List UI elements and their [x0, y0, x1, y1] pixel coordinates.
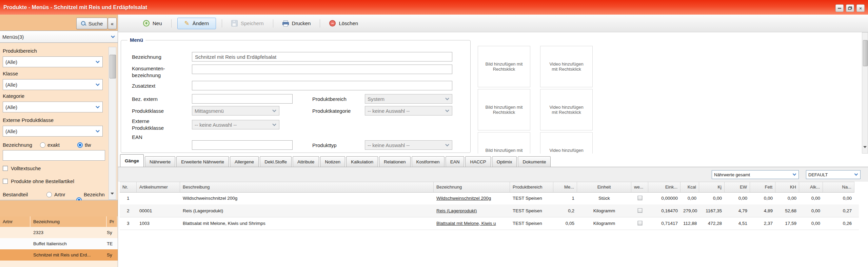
kategorie-filter-select[interactable]: (Alle) [3, 102, 103, 112]
minimize-button[interactable] [835, 4, 844, 12]
aendern-button[interactable]: ✎ Ändern [177, 18, 216, 29]
grid-row[interactable]: 1 Wildschweinschnitzel 200g Wildschweins… [120, 192, 859, 205]
tab-haccp[interactable]: HACCP [465, 156, 491, 167]
scope-select[interactable]: Menüs(3) [0, 31, 118, 43]
tab-optimix[interactable]: Optimix [492, 156, 517, 167]
grid-row[interactable]: 3 1003 Blattsalat mit Melone, Kiwis und … [120, 217, 859, 230]
column-header[interactable]: Produktbereich [510, 182, 553, 192]
volltextsuche-label[interactable]: Volltextsuche [11, 165, 41, 171]
radio-exakt[interactable] [40, 142, 45, 148]
result-row-selected[interactable]: Schnitzel mit Reis und Erd... Sy [0, 249, 118, 261]
column-header[interactable]: Alk... [799, 182, 823, 192]
scrollbar-thumb[interactable] [863, 40, 868, 66]
klasse-filter-select[interactable]: (Alle) [3, 79, 103, 90]
tab-kalkulation[interactable]: Kalkulation [346, 156, 378, 167]
grid-row[interactable]: 2 00001 Reis (Lagerprodukt) Reis (Lagerp… [120, 204, 859, 217]
sidebar-collapse-button[interactable]: « [108, 18, 117, 29]
video-dropzone[interactable]: Video hinzufügen mit Rechtsklick [540, 132, 593, 154]
tab-naehrwerte[interactable]: Nährwerte [145, 156, 175, 167]
cell-bezeichnung-link[interactable]: Wildschweinschnitzel 200g [434, 196, 510, 201]
externe-produktklasse-filter-select[interactable]: (Alle) [3, 126, 103, 137]
cell-artnr [0, 227, 31, 238]
column-header[interactable]: Eink... [648, 182, 680, 192]
result-row[interactable]: Buffet Italienisch TE [0, 238, 118, 249]
column-header[interactable]: Artnr [0, 216, 31, 227]
ean-input[interactable] [192, 140, 293, 150]
layout-select[interactable]: DEFAULT [806, 170, 861, 179]
tab-kostformen[interactable]: Kostformen [412, 156, 445, 167]
produktklasse-select[interactable]: Mittagsmenü [192, 106, 279, 115]
grid-checkbox[interactable] [638, 196, 642, 200]
produktbereich-filter-select[interactable]: (Alle) [3, 56, 103, 67]
column-header[interactable]: Me... [553, 182, 577, 192]
column-header[interactable]: Einheit [577, 182, 631, 192]
cell-bezeichnung-link[interactable]: Blattsalat mit Melone, Kiwis u [434, 221, 510, 226]
result-row[interactable]: 2323 Sy [0, 227, 118, 238]
grid-checkbox[interactable] [638, 221, 642, 225]
column-header[interactable]: Kj [699, 182, 725, 192]
column-header[interactable]: Nr. [120, 182, 137, 192]
ohne-bestellartikel-label[interactable]: Produkte ohne Bestellartikel [11, 178, 74, 184]
grid-checkbox[interactable] [638, 208, 642, 213]
column-header[interactable]: Pr [107, 216, 118, 227]
tab-gaenge[interactable]: Gänge [120, 154, 144, 167]
column-header[interactable]: Artikelnummer [137, 182, 180, 192]
cell-bezeichnung-link[interactable]: Reis (Lagerprodukt) [434, 208, 510, 213]
radio-tlw[interactable] [77, 142, 83, 148]
drucken-button[interactable]: Drucken [279, 19, 314, 28]
cell-eink: 0,16470 [648, 208, 680, 213]
bezeichnung-input[interactable] [192, 52, 452, 61]
naehrwerte-select[interactable]: Nährwerte gesamt [712, 170, 799, 179]
externe-produktklasse-select[interactable]: -- keine Auswahl -- [192, 120, 279, 129]
video-dropzone[interactable]: Video hinzufügen mit Rechtsklick [540, 46, 593, 87]
radio-artnr-label[interactable]: Artnr [54, 192, 65, 197]
scrollbar-thumb[interactable] [110, 55, 116, 78]
produktbereich-select[interactable]: System [365, 94, 452, 104]
produktkategorie-select[interactable]: -- keine Auswahl -- [365, 106, 452, 115]
konsumentenbezeichnung-input[interactable] [192, 65, 452, 74]
loeschen-button[interactable]: – Löschen [326, 18, 361, 28]
tab-erweiterte-naehrwerte[interactable]: Erweiterte Nährwerte [176, 156, 229, 167]
volltextsuche-checkbox[interactable] [3, 166, 8, 171]
column-header[interactable]: Kcal [680, 182, 699, 192]
bild-dropzone[interactable]: Bild hinzufügen mit Rechtsklick [478, 89, 530, 130]
radio-exakt-label[interactable]: exakt [47, 142, 60, 148]
cell-bezeichnung: Buffet Italienisch [31, 238, 107, 249]
produkttyp-select[interactable]: -- keine Auswahl -- [365, 140, 452, 150]
bez-extern-input[interactable] [192, 94, 293, 104]
column-header[interactable]: Bezeichnung [434, 182, 510, 192]
scroll-down-icon[interactable] [863, 148, 867, 154]
radio-bezeichn-label[interactable]: Bezeichn [84, 192, 105, 197]
bild-dropzone[interactable]: Bild hinzufügen mit Rechtsklick [478, 132, 530, 154]
form-scrollbar[interactable] [862, 32, 868, 154]
column-header[interactable]: Na... [823, 182, 854, 192]
sidebar-scrollbar[interactable] [108, 47, 116, 200]
zusatztext-input[interactable] [192, 81, 452, 90]
speichern-button[interactable]: Speichern [228, 18, 267, 28]
cell-artikelnummer: 1003 [137, 221, 180, 226]
bild-dropzone[interactable]: Bild hinzufügen mit Rechtsklick [478, 46, 530, 87]
video-dropzone[interactable]: Video hinzufügen mit Rechtsklick [540, 89, 593, 130]
radio-tlw-label[interactable]: tlw [85, 142, 91, 148]
tab-allergene[interactable]: Allergene [230, 156, 259, 167]
ohne-bestellartikel-checkbox[interactable] [3, 179, 8, 184]
search-button[interactable]: Suche [76, 18, 107, 29]
column-header[interactable]: we... [631, 182, 648, 192]
column-header[interactable]: KH [775, 182, 799, 192]
column-header[interactable]: EW [725, 182, 750, 192]
close-button[interactable]: × [856, 4, 865, 12]
column-header[interactable]: Beschreibung [180, 182, 434, 192]
column-header[interactable]: Fett [750, 182, 775, 192]
neu-button[interactable]: + Neu [140, 18, 165, 28]
tab-dekl-stoffe[interactable]: Dekl.Stoffe [260, 156, 292, 167]
bezeichnung-search-input[interactable] [3, 150, 105, 161]
tab-relationen[interactable]: Relationen [379, 156, 411, 167]
radio-artnr[interactable] [46, 192, 52, 197]
restore-button[interactable] [846, 4, 854, 12]
scroll-down-icon[interactable] [111, 195, 114, 201]
tab-notizen[interactable]: Notizen [320, 156, 345, 167]
tab-attribute[interactable]: Attribute [293, 156, 319, 167]
tab-dokumente[interactable]: Dokumente [518, 156, 551, 167]
column-header[interactable]: Bezeichnung [31, 216, 107, 227]
tab-ean[interactable]: EAN [446, 156, 465, 167]
